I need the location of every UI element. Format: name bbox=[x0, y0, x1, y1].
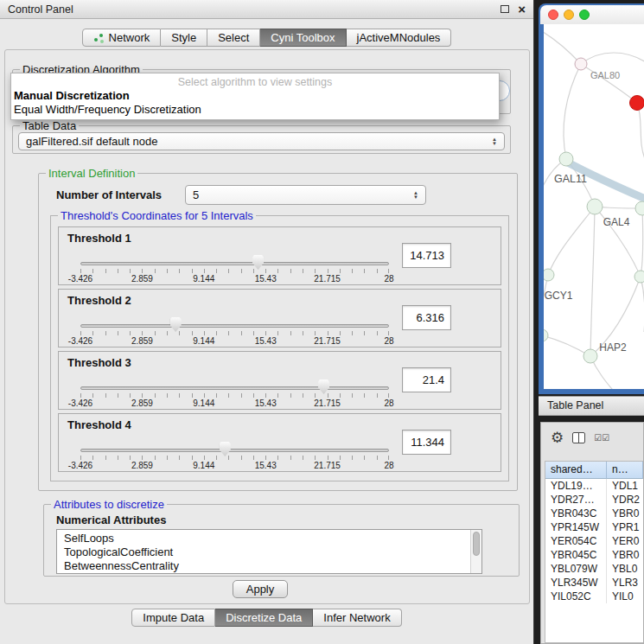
table-row[interactable]: YLR345WYLR3 bbox=[545, 576, 643, 590]
tab-discretize-data[interactable]: Discretize Data bbox=[215, 609, 313, 627]
tab-select[interactable]: Select bbox=[207, 29, 260, 47]
tab-cyni-toolbox[interactable]: Cyni Toolbox bbox=[260, 29, 346, 47]
slider-track[interactable] bbox=[80, 262, 389, 265]
table-row[interactable]: YBL079WYBL0 bbox=[545, 562, 643, 576]
float-window-icon[interactable] bbox=[501, 5, 509, 13]
tick-label: -3.426 bbox=[68, 336, 92, 346]
tab-style[interactable]: Style bbox=[161, 29, 207, 47]
column-header[interactable]: shared… bbox=[545, 462, 607, 479]
network-node[interactable] bbox=[583, 349, 597, 363]
table-cell: YBL079W bbox=[545, 562, 607, 576]
tick-label: 21.715 bbox=[314, 461, 341, 470]
network-node[interactable] bbox=[635, 201, 644, 215]
attribute-item[interactable]: TopologicalCoefficient bbox=[57, 545, 469, 559]
tab-jactivemnodules[interactable]: jActiveMNodules bbox=[347, 29, 452, 47]
table-cell: YBR0 bbox=[607, 507, 643, 520]
threshold-slider[interactable]: -3.4262.8599.14415.4321.71528 bbox=[80, 374, 389, 409]
threshold-slider[interactable]: -3.4262.8599.14415.4321.71528 bbox=[80, 312, 389, 347]
table-cell: YBR0 bbox=[607, 548, 643, 562]
apply-button[interactable]: Apply bbox=[233, 580, 288, 598]
node-attribute-table: shared… n… YDL19…YDL1YDR27…YDR2YBR043CYB… bbox=[545, 461, 643, 643]
table-row[interactable]: YDL19…YDL1 bbox=[545, 479, 643, 493]
tick-label: 21.715 bbox=[314, 274, 341, 284]
table-cell: YBL0 bbox=[607, 562, 643, 576]
table-panel-window: ⚙ ☑☑ shared… n… YDL19…YDL1YDR27…YDR2YBR0… bbox=[540, 422, 644, 644]
group-title: Threshold's Coordinates for 5 Intervals bbox=[58, 209, 256, 222]
threshold-panel: Threshold 2-3.4262.8599.14415.4321.71528… bbox=[58, 289, 501, 348]
number-of-intervals-value: 5 bbox=[193, 188, 199, 201]
minimize-traffic-light-icon[interactable] bbox=[564, 10, 574, 20]
tick-label: 15.43 bbox=[255, 399, 277, 408]
network-node[interactable] bbox=[544, 269, 554, 281]
network-node[interactable] bbox=[544, 329, 548, 341]
slider-track[interactable] bbox=[80, 324, 389, 328]
number-of-intervals-select[interactable]: 5 ▲▼ bbox=[185, 185, 426, 205]
network-view-window: GAL80 GAL11 GAL4 GCY1 HAP2 bbox=[539, 3, 644, 394]
attribute-item[interactable]: BetweennessCentrality bbox=[57, 559, 469, 573]
table-data-select[interactable]: galFiltered.sif default node ▲▼ bbox=[18, 132, 505, 150]
table-cell: YBR043C bbox=[545, 507, 607, 520]
node-label: GAL80 bbox=[590, 70, 620, 80]
scrollbar-thumb[interactable] bbox=[473, 532, 480, 556]
threshold-slider[interactable]: -3.4262.8599.14415.4321.71528 bbox=[80, 250, 389, 284]
threshold-value-field[interactable]: 14.713 bbox=[402, 243, 451, 268]
threshold-label: Threshold 3 bbox=[67, 356, 131, 369]
attribute-item[interactable]: SelfLoops bbox=[57, 532, 469, 545]
threshold-slider[interactable]: -3.4262.8599.14415.4321.71528 bbox=[80, 437, 389, 471]
list-scrollbar[interactable] bbox=[470, 530, 481, 573]
algorithm-option[interactable]: Manual Discretization bbox=[11, 89, 499, 103]
table-cell: YER054C bbox=[545, 534, 607, 548]
tab-impute-data[interactable]: Impute Data bbox=[131, 609, 215, 627]
slider-thumb[interactable] bbox=[220, 442, 231, 456]
zoom-traffic-light-icon[interactable] bbox=[579, 10, 590, 20]
table-cell: YBR045C bbox=[545, 548, 607, 562]
network-node[interactable] bbox=[634, 271, 644, 283]
column-header[interactable]: n… bbox=[607, 462, 643, 479]
combo-stepper-icon: ▲▼ bbox=[413, 191, 418, 200]
tab-network[interactable]: Network bbox=[82, 29, 162, 47]
columns-icon[interactable] bbox=[572, 432, 585, 443]
network-node[interactable] bbox=[575, 58, 587, 70]
network-node-labels: GAL80 GAL11 GAL4 GCY1 HAP2 bbox=[545, 70, 630, 354]
table-row[interactable]: YDR27…YDR2 bbox=[545, 493, 643, 507]
tick-label: 15.43 bbox=[255, 461, 277, 470]
table-header-row: shared… n… bbox=[545, 462, 643, 479]
threshold-label: Threshold 2 bbox=[67, 294, 131, 307]
slider-track[interactable] bbox=[80, 449, 389, 452]
threshold-value-field[interactable]: 11.344 bbox=[402, 430, 451, 455]
control-panel-tabs: NetworkStyleSelectCyni ToolboxjActiveMNo… bbox=[0, 29, 533, 47]
table-cell: YDL1 bbox=[607, 479, 643, 493]
table-row[interactable]: YBR043CYBR0 bbox=[545, 507, 643, 520]
network-node[interactable] bbox=[559, 152, 573, 166]
number-of-intervals-label: Number of Intervals bbox=[56, 188, 162, 201]
table-row[interactable]: YBR045CYBR0 bbox=[545, 548, 643, 562]
threshold-value-field[interactable]: 21.4 bbox=[402, 367, 451, 392]
tab-label: Style bbox=[171, 31, 196, 44]
algorithm-option[interactable]: Equal Width/Frequency Discretization bbox=[11, 103, 499, 117]
table-row[interactable]: YPR145WYPR1 bbox=[545, 520, 643, 534]
slider-thumb[interactable] bbox=[170, 317, 182, 332]
slider-ticks bbox=[80, 269, 389, 273]
slider-track[interactable] bbox=[80, 386, 389, 390]
network-canvas[interactable]: GAL80 GAL11 GAL4 GCY1 HAP2 bbox=[544, 24, 644, 389]
threshold-value-field[interactable]: 6.316 bbox=[402, 305, 451, 330]
thresholds-group: Threshold's Coordinates for 5 Intervals … bbox=[50, 215, 509, 481]
algorithm-popup-prompt: Select algorithm to view settings bbox=[11, 75, 499, 89]
tab-label: Discretize Data bbox=[226, 611, 302, 624]
slider-thumb[interactable] bbox=[252, 255, 264, 270]
gear-icon[interactable]: ⚙ bbox=[551, 430, 564, 445]
threshold-panel: Threshold 4-3.4262.8599.14415.4321.71528… bbox=[58, 413, 501, 472]
table-row[interactable]: YIL052CYIL0 bbox=[545, 590, 643, 603]
close-icon[interactable]: × bbox=[518, 5, 526, 14]
network-window-titlebar bbox=[540, 5, 644, 24]
network-node-highlighted[interactable] bbox=[630, 96, 644, 111]
slider-thumb[interactable] bbox=[318, 379, 329, 394]
table-cell: YIL052C bbox=[545, 590, 607, 603]
table-cell: YPR1 bbox=[607, 520, 643, 534]
table-row[interactable]: YER054CYER0 bbox=[545, 534, 643, 548]
select-columns-icon[interactable]: ☑☑ bbox=[594, 433, 609, 443]
close-traffic-light-icon[interactable] bbox=[548, 10, 558, 20]
tick-label: 21.715 bbox=[314, 399, 341, 408]
network-node[interactable] bbox=[587, 199, 603, 214]
tab-infer-network[interactable]: Infer Network bbox=[313, 609, 401, 627]
